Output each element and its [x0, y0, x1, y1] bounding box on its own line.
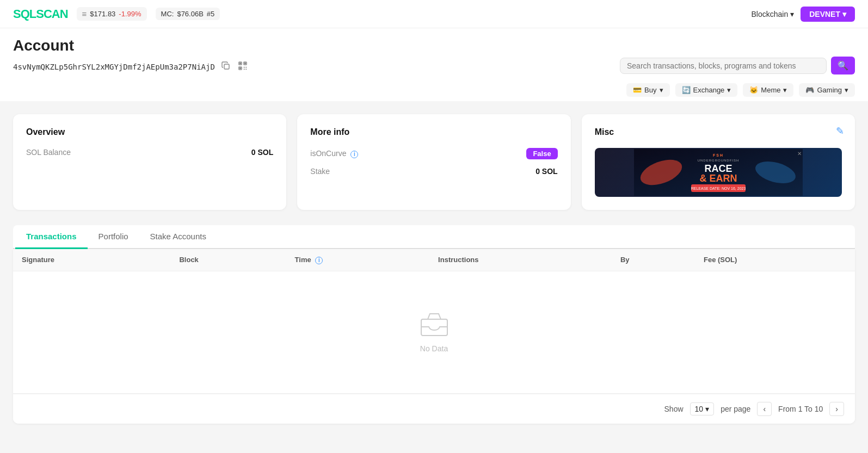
buy-button[interactable]: 💳 Buy ▾	[626, 83, 669, 97]
qr-code-button[interactable]	[237, 60, 249, 74]
devnet-chevron-icon: ▾	[842, 10, 846, 18]
svg-rect-9	[244, 69, 245, 70]
tab-stake-accounts[interactable]: Stake Accounts	[139, 225, 217, 249]
col-block: Block	[170, 249, 286, 271]
address-row: 4svNymQKZLp5GhrSYL2xMGYjDmf2jAEpUm3a2P7N…	[13, 60, 249, 74]
svg-text:RELEASE DATE: NOV 16, 2023: RELEASE DATE: NOV 16, 2023	[691, 187, 746, 190]
more-info-card: More info isOnCurve i False Stake 0 SOL	[297, 114, 570, 210]
search-icon: 🔍	[838, 61, 848, 70]
is-on-curve-row: isOnCurve i False	[310, 148, 557, 159]
misc-edit-button[interactable]: ✎	[836, 125, 844, 137]
svg-rect-7	[244, 67, 245, 68]
logo[interactable]: SQLSCAN	[13, 7, 68, 21]
header-right: 🔍 💳 Buy ▾ 🔄 Exchange ▾ 🐱 Meme ▾	[620, 37, 855, 101]
more-info-card-title: More info	[310, 127, 557, 137]
copy-address-button[interactable]	[220, 60, 231, 73]
tab-transactions[interactable]: Transactions	[15, 225, 88, 249]
exchange-chevron-icon: ▾	[727, 86, 731, 94]
overview-card-title: Overview	[26, 127, 273, 137]
table-header: Signature Block Time i Instructions	[13, 249, 855, 271]
exchange-button[interactable]: 🔄 Exchange ▾	[675, 83, 738, 97]
devnet-dropdown[interactable]: DEVNET ▾	[801, 7, 855, 22]
gaming-chevron-icon: ▾	[845, 86, 848, 94]
svg-rect-10	[245, 69, 247, 70]
gaming-button[interactable]: 🎮 Gaming ▾	[799, 83, 855, 97]
pagination-row: Show 10 ▾ per page ‹ From 1 To 10 ›	[13, 394, 855, 424]
tabs-table-section: Transactions Portfolio Stake Accounts Si…	[13, 225, 855, 424]
account-title-section: Account 4svNymQKZLp5GhrSYL2xMGYjDmf2jAEp…	[13, 37, 249, 80]
page-title: Account	[13, 37, 249, 54]
wallet-address: 4svNymQKZLp5GhrSYL2xMGYjDmf2jAEpUm3a2P7N…	[13, 63, 215, 71]
search-wrapper	[620, 58, 827, 74]
sol-balance-value: 0 SOL	[251, 148, 273, 157]
main-content: Overview SOL Balance 0 SOL More info isO…	[0, 101, 868, 437]
stake-value: 0 SOL	[535, 167, 557, 176]
mc-rank: #5	[207, 10, 214, 18]
col-time: Time i	[286, 249, 430, 271]
col-by: By	[612, 249, 695, 271]
qr-icon	[238, 61, 248, 71]
is-on-curve-label: isOnCurve i	[310, 149, 358, 158]
logo-sol: S	[13, 7, 21, 21]
misc-card-title: Misc	[595, 127, 842, 137]
meme-icon: 🐱	[749, 86, 758, 94]
page-info: From 1 To 10	[778, 405, 823, 413]
nav-right: Blockchain ▾ DEVNET ▾	[752, 7, 855, 22]
svg-rect-2	[239, 63, 242, 65]
per-page-select[interactable]: 10 ▾	[690, 402, 715, 415]
no-data-cell: No Data	[13, 271, 855, 393]
prev-page-button[interactable]: ‹	[757, 402, 772, 416]
price-badge: ≡ $171.83 -1.99%	[77, 7, 147, 21]
blockchain-label: Blockchain	[752, 10, 789, 18]
search-section: 🔍	[620, 57, 855, 75]
cards-row: Overview SOL Balance 0 SOL More info isO…	[13, 114, 855, 210]
is-on-curve-info-icon[interactable]: i	[350, 151, 358, 158]
col-signature: Signature	[13, 249, 170, 271]
stake-row: Stake 0 SOL	[310, 167, 557, 176]
exchange-label: Exchange	[693, 86, 725, 94]
svg-text:& EARN: & EARN	[699, 173, 737, 184]
gaming-label: Gaming	[817, 86, 842, 94]
mc-label: MC:	[161, 10, 174, 18]
overview-card: Overview SOL Balance 0 SOL	[13, 114, 286, 210]
svg-rect-8	[245, 67, 247, 68]
search-button[interactable]: 🔍	[831, 57, 855, 75]
time-info-icon[interactable]: i	[315, 257, 323, 264]
meme-chevron-icon: ▾	[783, 86, 787, 94]
buy-chevron-icon: ▾	[660, 86, 663, 94]
page-header: Account 4svNymQKZLp5GhrSYL2xMGYjDmf2jAEp…	[0, 28, 868, 101]
misc-card: Misc ✎ FSH	[582, 114, 855, 210]
per-page-label: per page	[721, 405, 750, 413]
stake-label: Stake	[310, 167, 330, 176]
buy-icon: 💳	[633, 86, 642, 94]
transactions-table-container: Signature Block Time i Instructions	[13, 249, 855, 424]
next-page-button[interactable]: ›	[829, 402, 844, 416]
navbar: SQLSCAN ≡ $171.83 -1.99% MC: $76.06B #5 …	[0, 0, 868, 28]
table-body: No Data	[13, 271, 855, 393]
svg-text:✕: ✕	[797, 151, 802, 157]
is-on-curve-value: False	[526, 148, 557, 159]
quick-links: 💳 Buy ▾ 🔄 Exchange ▾ 🐱 Meme ▾ 🎮 Gaming	[626, 79, 855, 101]
buy-label: Buy	[644, 86, 656, 94]
meme-label: Meme	[761, 86, 780, 94]
mc-badge: MC: $76.06B #5	[156, 8, 220, 20]
tab-portfolio[interactable]: Portfolio	[88, 225, 139, 249]
mc-value: $76.06B	[177, 10, 203, 18]
svg-rect-0	[224, 64, 229, 69]
sol-lines-icon: ≡	[82, 9, 87, 18]
copy-icon	[221, 61, 230, 70]
blockchain-dropdown[interactable]: Blockchain ▾	[752, 10, 795, 18]
meme-button[interactable]: 🐱 Meme ▾	[743, 83, 793, 97]
svg-text:UNDERGROUNDFISH: UNDERGROUNDFISH	[697, 159, 739, 162]
svg-text:FSH: FSH	[713, 153, 724, 157]
search-input[interactable]	[627, 61, 820, 70]
sol-price: $171.83	[90, 10, 115, 18]
per-page-value: 10	[695, 405, 704, 413]
blockchain-chevron-icon: ▾	[790, 10, 794, 18]
col-instructions: Instructions	[429, 249, 612, 271]
col-fee: Fee (SOL)	[695, 249, 855, 271]
sol-price-change: -1.99%	[119, 10, 141, 18]
svg-rect-6	[239, 67, 242, 70]
show-label: Show	[664, 405, 684, 413]
no-data-row: No Data	[13, 271, 855, 393]
